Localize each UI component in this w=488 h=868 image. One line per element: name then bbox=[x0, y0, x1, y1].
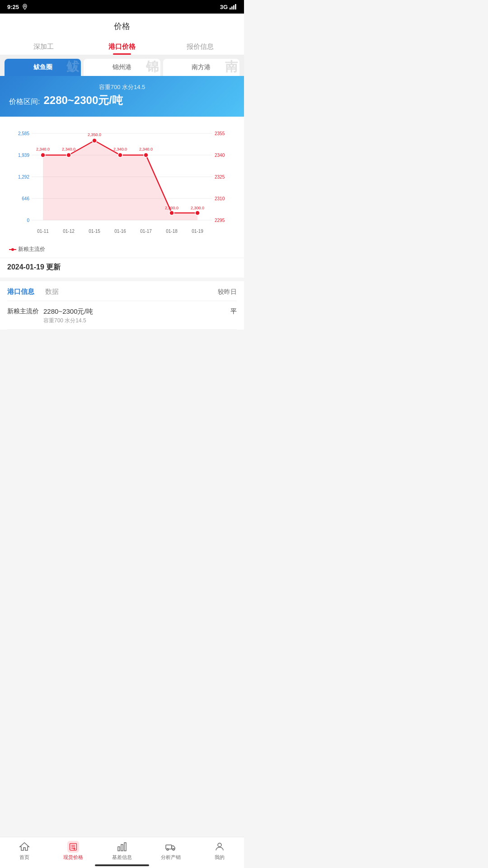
svg-point-34 bbox=[195, 211, 200, 215]
update-date: 2024-01-19 更新 bbox=[0, 258, 244, 278]
sub-tab-south[interactable]: 南方港 南 bbox=[163, 59, 239, 76]
price-chart: 2,585 1,939 1,292 646 0 2355 2340 2325 2… bbox=[5, 124, 239, 242]
sub-tab-watermark-jinzhou: 锦 bbox=[146, 61, 159, 73]
svg-text:01-12: 01-12 bbox=[63, 229, 75, 234]
svg-text:01-16: 01-16 bbox=[114, 229, 126, 234]
svg-text:2,340.0: 2,340.0 bbox=[62, 147, 75, 151]
svg-text:01-18: 01-18 bbox=[166, 229, 178, 234]
svg-text:01-19: 01-19 bbox=[192, 229, 203, 234]
svg-point-28 bbox=[41, 153, 45, 157]
svg-point-0 bbox=[24, 5, 26, 7]
sub-tab-watermark-south: 南 bbox=[225, 61, 238, 73]
svg-text:2,340.0: 2,340.0 bbox=[139, 147, 153, 151]
svg-text:2,585: 2,585 bbox=[18, 131, 29, 136]
svg-text:2355: 2355 bbox=[215, 131, 225, 136]
chart-section: 2,585 1,939 1,292 646 0 2355 2340 2325 2… bbox=[0, 117, 244, 258]
status-bar: 9:25 3G bbox=[0, 0, 244, 14]
sub-tab-jinzhou[interactable]: 锦州港 锦 bbox=[84, 59, 160, 76]
signal-icon bbox=[230, 4, 237, 9]
time: 9:25 bbox=[7, 4, 19, 10]
port-info-right: 较昨日 bbox=[218, 288, 237, 296]
port-info-tab-info[interactable]: 港口信息 bbox=[7, 288, 34, 296]
svg-text:2,300.0: 2,300.0 bbox=[191, 206, 204, 210]
svg-rect-2 bbox=[231, 6, 233, 9]
port-info-change: 平 bbox=[219, 307, 237, 316]
price-banner-label: 价格区间: bbox=[9, 97, 40, 107]
status-left: 9:25 bbox=[7, 4, 28, 10]
legend-label: 新粮主流价 bbox=[18, 245, 45, 253]
svg-text:2,340.0: 2,340.0 bbox=[36, 147, 50, 151]
price-banner-price: 2280~2300元/吨 bbox=[43, 93, 122, 108]
price-banner: 容重700 水分14.5 价格区间: 2280~2300元/吨 bbox=[0, 76, 244, 117]
port-info-header: 港口信息 数据 较昨日 bbox=[7, 281, 237, 301]
tab-deep[interactable]: 深加工 bbox=[5, 38, 83, 55]
price-banner-sub: 容重700 水分14.5 bbox=[9, 83, 235, 91]
svg-point-31 bbox=[118, 153, 122, 157]
page-header: 价格 深加工 港口价格 报价信息 bbox=[0, 14, 244, 55]
svg-point-43 bbox=[11, 248, 14, 251]
port-info-tab-data[interactable]: 数据 bbox=[45, 288, 59, 296]
svg-text:2340: 2340 bbox=[215, 153, 225, 158]
sub-tab-piranha[interactable]: 鲅鱼圈 鲅 bbox=[5, 59, 81, 76]
svg-text:2295: 2295 bbox=[215, 218, 225, 223]
svg-point-29 bbox=[66, 153, 71, 157]
location-icon bbox=[22, 4, 28, 10]
svg-text:01-17: 01-17 bbox=[140, 229, 152, 234]
port-info-row: 新粮主流价 2280~2300元/吨 容重700 水分14.5 平 bbox=[7, 301, 237, 330]
svg-text:01-11: 01-11 bbox=[37, 229, 49, 234]
sub-tabs: 鲅鱼圈 鲅 锦州港 锦 南方港 南 bbox=[0, 55, 244, 76]
svg-rect-3 bbox=[233, 5, 235, 9]
tab-port[interactable]: 港口价格 bbox=[83, 38, 161, 55]
svg-text:2,300.0: 2,300.0 bbox=[165, 206, 178, 210]
port-info-row-value: 2280~2300元/吨 容重700 水分14.5 bbox=[43, 307, 219, 325]
port-info-price: 2280~2300元/吨 bbox=[43, 307, 219, 316]
status-right: 3G bbox=[220, 4, 237, 10]
sub-tab-watermark-piranha: 鲅 bbox=[66, 61, 79, 73]
svg-text:2325: 2325 bbox=[215, 175, 225, 179]
network: 3G bbox=[220, 4, 228, 10]
svg-text:2310: 2310 bbox=[215, 196, 225, 201]
svg-point-33 bbox=[169, 211, 174, 215]
svg-text:2,350.0: 2,350.0 bbox=[88, 132, 101, 137]
port-info-row-label: 新粮主流价 bbox=[7, 307, 43, 316]
svg-rect-1 bbox=[230, 8, 231, 9]
svg-text:1,292: 1,292 bbox=[18, 175, 29, 179]
chart-legend: 新粮主流价 bbox=[5, 242, 239, 253]
legend-line-icon bbox=[9, 248, 16, 251]
svg-text:0: 0 bbox=[27, 218, 29, 223]
page-title: 价格 bbox=[0, 21, 244, 38]
tab-quote[interactable]: 报价信息 bbox=[161, 38, 239, 55]
svg-point-32 bbox=[144, 153, 148, 157]
svg-point-30 bbox=[92, 138, 97, 143]
svg-text:1,939: 1,939 bbox=[18, 153, 29, 158]
port-info-section: 港口信息 数据 较昨日 新粮主流价 2280~2300元/吨 容重700 水分1… bbox=[0, 281, 244, 330]
svg-text:2,340.0: 2,340.0 bbox=[113, 147, 127, 151]
chart-container: 2,585 1,939 1,292 646 0 2355 2340 2325 2… bbox=[5, 124, 239, 242]
main-tabs: 深加工 港口价格 报价信息 bbox=[0, 38, 244, 55]
svg-text:01-15: 01-15 bbox=[89, 229, 100, 234]
port-info-detail: 容重700 水分14.5 bbox=[43, 317, 219, 325]
svg-text:646: 646 bbox=[22, 196, 29, 201]
svg-rect-4 bbox=[235, 4, 236, 9]
